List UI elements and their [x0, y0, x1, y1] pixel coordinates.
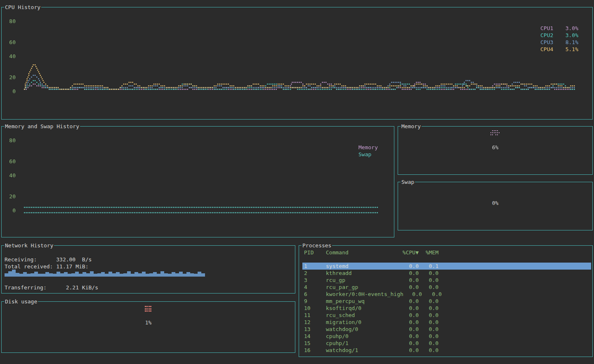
cpu-history-graph [2, 7, 592, 119]
process-row[interactable]: 15cpuhp/10.00.0 [302, 340, 591, 347]
process-row[interactable]: 9mm_percpu_wq0.00.0 [302, 298, 591, 305]
process-command: systemd [326, 263, 400, 270]
process-mem: 0.0 [419, 347, 438, 354]
process-pid: 13 [304, 326, 326, 333]
process-pid: 10 [304, 305, 326, 312]
sparkline-bar [123, 273, 127, 277]
sparkline-bar [19, 274, 23, 277]
sparkline-bar [34, 272, 38, 277]
process-cpu: 0.0 [400, 340, 419, 347]
sparkline-bar [23, 272, 27, 277]
sparkline-bar [45, 272, 49, 277]
axis-tick-label: 60 [3, 158, 16, 165]
column-header-mem[interactable]: %MEM [419, 249, 438, 256]
process-row[interactable]: 2kthreadd0.00.0 [302, 270, 591, 277]
process-cpu: 0.0 [400, 270, 419, 277]
axis-tick-label: 40 [3, 172, 16, 179]
sparkline-bar [183, 274, 186, 277]
process-row[interactable]: 10ksoftirqd/00.00.0 [302, 305, 591, 312]
memory-gauge-title: Memory [401, 123, 422, 130]
process-pid: 11 [304, 312, 326, 319]
sparkline-bar [179, 272, 183, 277]
sparkline-bar [27, 274, 31, 277]
memswap-legend-item: Memory [358, 144, 383, 151]
memory-gauge-arc [490, 130, 500, 136]
sparkline-bar [12, 270, 16, 277]
network-receive-sparkline [5, 268, 205, 277]
process-row[interactable]: 6kworker/0:0H-events_high0.00.0 [302, 291, 591, 298]
process-cpu: 0.0 [400, 277, 419, 284]
swap-gauge-panel: Swap 0% [398, 182, 593, 230]
cpu-legend-item: CPU38.1% [540, 39, 578, 46]
process-command: kworker/0:0H-events_high [326, 291, 403, 298]
process-mem: 0.0 [419, 312, 438, 319]
process-row[interactable]: 12migration/00.00.0 [302, 319, 591, 326]
sparkline-bar [94, 274, 97, 277]
swap-gauge-value: 0% [398, 200, 592, 207]
process-mem: 0.1 [419, 263, 438, 270]
memory-gauge-value: 6% [398, 144, 592, 151]
process-command: kthreadd [326, 270, 400, 277]
process-cpu: 0.0 [403, 291, 422, 298]
memswap-legend-item: Swap [358, 151, 383, 158]
cpu-legend-value: 5.1% [566, 46, 578, 53]
sparkline-bar [116, 272, 120, 277]
process-row[interactable]: 11rcu_sched0.00.0 [302, 312, 591, 319]
process-mem: 0.0 [419, 319, 438, 326]
process-mem: 0.0 [419, 305, 438, 312]
axis-tick-label: 20 [3, 74, 16, 81]
sparkline-bar [164, 273, 168, 277]
sparkline-bar [75, 272, 79, 277]
process-command: ksoftirqd/0 [326, 305, 400, 312]
process-command: rcu_gp [326, 277, 400, 284]
sparkline-bar [108, 272, 112, 277]
column-header-pid[interactable]: PID [304, 249, 326, 256]
process-command: watchdog/0 [326, 326, 400, 333]
process-row[interactable]: 13watchdog/00.00.0 [302, 326, 591, 333]
memory-gauge-panel: Memory 6% [398, 126, 593, 175]
process-pid: 3 [304, 277, 326, 284]
sparkline-bar [131, 274, 134, 277]
process-mem: 0.0 [419, 270, 438, 277]
process-row[interactable]: 14cpuhp/00.00.0 [302, 333, 591, 340]
column-header-cpu-sort[interactable]: %CPU▼ [400, 249, 419, 256]
axis-tick-label: 60 [3, 39, 16, 46]
process-pid: 1 [304, 263, 326, 270]
cpu-legend-item: CPU13.0% [540, 25, 578, 32]
sparkline-bar [127, 271, 131, 277]
sparkline-bar [5, 273, 8, 277]
cpu-legend-label: CPU1 [540, 25, 553, 32]
processes-title: Processes [302, 242, 332, 249]
disk-gauge-value: 1% [2, 319, 295, 326]
axis-tick-label: 40 [3, 53, 16, 60]
process-pid: 14 [304, 333, 326, 340]
sparkline-bar [49, 273, 53, 277]
process-cpu: 0.0 [400, 333, 419, 340]
process-command: watchdog/1 [326, 347, 400, 354]
sparkline-bar [68, 274, 71, 277]
network-transferring-text: Transferring: 2.21 KiB/s [5, 284, 98, 291]
sparkline-bar [120, 274, 123, 277]
sparkline-bar [134, 272, 138, 277]
disk-gauge-arc [145, 306, 152, 313]
sparkline-bar [149, 273, 153, 277]
sparkline-bar [142, 272, 146, 277]
process-cpu: 0.0 [400, 326, 419, 333]
cpu-legend: CPU13.0%CPU23.0%CPU38.1%CPU45.1% [540, 25, 578, 53]
cpu-legend-value: 3.0% [566, 32, 578, 39]
process-row[interactable]: 1systemd0.00.1 [302, 263, 591, 270]
column-header-command[interactable]: Command [326, 249, 400, 256]
process-row[interactable]: 4rcu_par_gp0.00.0 [302, 284, 591, 291]
process-mem: 0.0 [422, 291, 442, 298]
process-cpu: 0.0 [400, 284, 419, 291]
cpu-legend-value: 8.1% [566, 39, 578, 46]
process-row[interactable]: 16watchdog/10.00.0 [302, 347, 591, 354]
process-pid: 12 [304, 319, 326, 326]
sparkline-bar [82, 272, 86, 277]
cpu-legend-value: 3.0% [566, 25, 578, 32]
process-row[interactable]: 3rcu_gp0.00.0 [302, 277, 591, 284]
axis-tick-label: 0 [3, 88, 16, 95]
process-cpu: 0.0 [400, 319, 419, 326]
process-table: 1systemd0.00.12kthreadd0.00.03rcu_gp0.00… [302, 263, 591, 354]
cpu-legend-label: CPU2 [540, 32, 553, 39]
